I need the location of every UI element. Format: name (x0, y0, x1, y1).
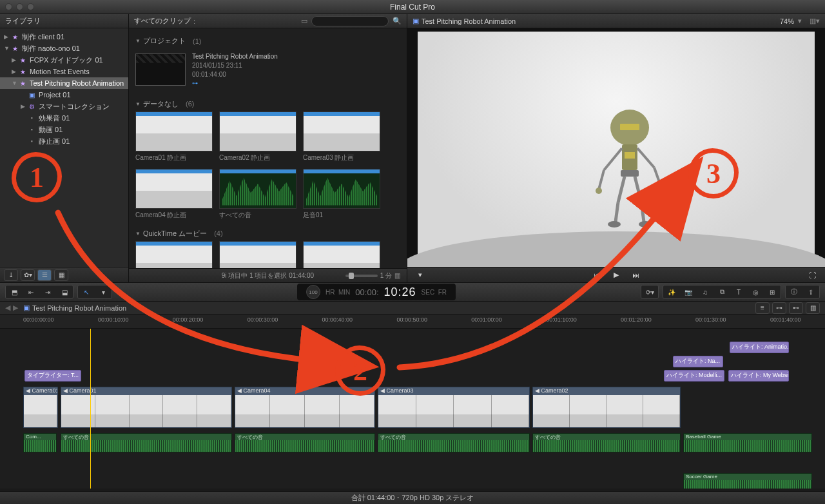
library-tree[interactable]: ▶制作 client 01▼制作 naoto-ono 01▶FCPX ガイドブッ… (0, 28, 128, 267)
traffic-lights[interactable] (0, 3, 34, 10)
timeline-index-button[interactable]: ≡ (755, 302, 770, 314)
clip-thumbnail[interactable] (135, 111, 213, 151)
generators-button[interactable]: ◎ (748, 286, 763, 298)
browser-body[interactable]: プロジェクト (1) Test Pitching Robot Animation… (129, 28, 407, 268)
video-clip[interactable]: ◀ Camera02 (532, 387, 681, 428)
video-clip[interactable]: ◀ Camera01 (61, 387, 232, 428)
clip-thumbnail[interactable] (135, 169, 213, 209)
themes-button[interactable]: ⊞ (764, 286, 780, 298)
timeline-ruler[interactable]: 00:00:00:0000:00:10:0000:00:20:0000:00:3… (0, 315, 825, 329)
audio-clip[interactable]: すべての音 (378, 433, 530, 452)
import-button[interactable]: ⤓ (4, 269, 18, 281)
connect-clip-button[interactable]: ⬒ (6, 286, 22, 298)
audio-clip[interactable]: Baseball Game (683, 433, 812, 452)
share-button[interactable]: ⇪ (803, 286, 819, 298)
playhead[interactable] (90, 329, 91, 489)
append-clip-button[interactable]: ⇥ (40, 286, 55, 298)
history-back-icon[interactable]: ◀ (5, 304, 10, 312)
clip-thumbnail[interactable] (219, 169, 296, 209)
play-button[interactable]: ▶ (608, 269, 624, 281)
tree-item[interactable]: ▼制作 naoto-ono 01 (0, 43, 128, 54)
tree-item[interactable]: ▶FCPX ガイドブック 01 (0, 54, 128, 66)
filmstrip-toggle-icon[interactable]: ▥ (394, 272, 400, 279)
browser-header-label[interactable]: すべてのクリップ (134, 16, 191, 26)
audio-clip[interactable]: Com... (23, 433, 57, 452)
audio-clip[interactable]: Soccer Game (683, 473, 812, 489)
titles-button[interactable]: T (731, 286, 746, 298)
status-bar: 合計 01:44:00・720p HD 30p ステレオ (0, 491, 825, 504)
view-options-icon[interactable]: ▥▾ (810, 17, 820, 25)
viewer-canvas-area[interactable] (407, 28, 825, 267)
retime-button[interactable]: ⟳▾ (642, 286, 657, 298)
prev-edit-button[interactable]: ⏮ (589, 269, 605, 281)
transitions-button[interactable]: ⧉ (714, 286, 730, 298)
tree-item[interactable]: ▼Test Pitching Robot Animation (0, 77, 128, 89)
project-name: Test Pitching Robot Animation (192, 52, 278, 61)
fullscreen-button[interactable]: ⛶ (804, 269, 820, 281)
tree-item[interactable]: 効果音 01 (0, 112, 128, 124)
view-dropdown[interactable]: ▾ (412, 269, 428, 281)
timeline-appearance-button[interactable]: ▥ (806, 302, 820, 314)
tree-item[interactable]: ▶制作 client 01 (0, 31, 128, 43)
title-clip[interactable]: タイプライター: T... (24, 370, 81, 382)
clip-thumbnail[interactable] (303, 169, 380, 209)
clip-thumbnail[interactable] (135, 241, 213, 268)
clip-thumbnail[interactable] (219, 111, 296, 151)
search-icon[interactable]: 🔍 (393, 17, 402, 25)
settings-button[interactable]: ✿▾ (21, 269, 35, 281)
history-fwd-icon[interactable]: ▶ (13, 304, 18, 312)
title-clip[interactable]: ハイライト: Modelli... (664, 370, 724, 382)
thumbnail-duration-slider[interactable]: 1 分 ▥ (345, 271, 400, 280)
photos-button[interactable]: 📷 (681, 286, 696, 298)
music-button[interactable]: ♫ (697, 286, 713, 298)
selection-tool-group: ↖ ▾ (77, 285, 112, 299)
section-projects[interactable]: プロジェクト (1) (135, 34, 400, 48)
timecode-display[interactable]: 100 HR MIN 00:00:10:26 SEC FR (297, 284, 456, 300)
svg-point-13 (608, 221, 621, 228)
robot-figure (585, 106, 675, 235)
svg-line-14 (635, 177, 641, 202)
insert-clip-button[interactable]: ⇤ (23, 286, 39, 298)
clip-thumbnail[interactable] (303, 111, 380, 151)
title-clip[interactable]: ハイライト: Na... (673, 356, 723, 367)
title-clip[interactable]: ハイライト: Animatio... (730, 342, 789, 353)
audio-clip[interactable]: すべての音 (235, 433, 375, 452)
viewer-panel: ▣ Test Pitching Robot Animation 74%▾ ▥▾ (407, 14, 825, 282)
tc-main: 10:26 (384, 286, 416, 299)
timeline-skimming-button[interactable]: ⊶ (772, 302, 786, 314)
view-grid-button[interactable]: ▦ (54, 269, 68, 281)
clip-thumbnail[interactable] (303, 241, 380, 268)
select-tool-button[interactable]: ↖ (79, 286, 94, 298)
tree-item[interactable]: 動画 01 (0, 124, 128, 135)
clip-thumbnail[interactable] (219, 241, 296, 268)
timeline-snapping-button[interactable]: ⊷ (789, 302, 803, 314)
inspector-button[interactable]: ⓘ (786, 286, 802, 298)
audio-clip[interactable]: すべての音 (532, 433, 681, 452)
video-clip[interactable]: ◀ Camera04 (235, 387, 375, 428)
next-edit-button[interactable]: ⏭ (628, 269, 643, 281)
enhance-button[interactable]: ✨ (664, 286, 679, 298)
tree-item[interactable]: ▶Motion Test Events (0, 66, 128, 77)
search-input[interactable] (311, 16, 389, 26)
timeline-header: ◀ ▶ ▣ Test Pitching Robot Animation ≡ ⊶ … (0, 302, 825, 315)
dashboard-toolbar: ⬒ ⇤ ⇥ ⬓ ↖ ▾ 100 HR MIN 00:00:10:26 SEC F… (0, 282, 825, 302)
section-quicktime[interactable]: QuickTime ムービー (4) (135, 226, 400, 241)
audio-clip[interactable]: すべての音 (61, 433, 232, 452)
view-list-button[interactable]: ☰ (37, 269, 52, 281)
title-clip[interactable]: ハイライト: My Website (728, 370, 789, 382)
browser-footer-text: 9i 項目中 1 項目を選択 01:44:00 (222, 271, 314, 280)
tree-item[interactable]: ▶スマートコレクション (0, 101, 128, 112)
tree-item[interactable]: Project 01 (0, 89, 128, 101)
tool-dropdown[interactable]: ▾ (95, 286, 111, 298)
timeline-body[interactable]: ハイライト: cg...ハイライト: Na...ハイライト: Animatio.… (0, 329, 825, 489)
zoom-label[interactable]: 74% (780, 17, 794, 25)
library-header-label: ライブラリ (5, 16, 41, 26)
project-thumbnail[interactable] (135, 53, 186, 86)
hide-rejected-icon[interactable]: ▭ (301, 17, 307, 25)
overwrite-clip-button[interactable]: ⬓ (57, 286, 72, 298)
project-item[interactable]: Test Pitching Robot Animation 2014/01/15… (135, 52, 400, 88)
tree-item[interactable]: 静止画 01 (0, 135, 128, 147)
section-nodate[interactable]: データなし (6) (135, 97, 400, 111)
video-clip[interactable]: ◀ Camera03 (378, 387, 530, 428)
video-clip[interactable]: ◀ Camera01 - 0... (23, 387, 58, 428)
